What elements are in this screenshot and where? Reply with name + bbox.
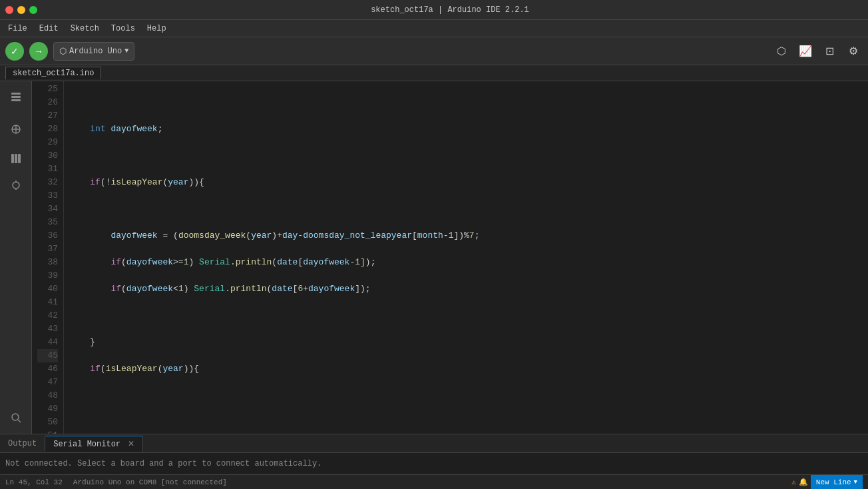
notification-icon: 🔔	[799, 478, 808, 486]
menu-edit[interactable]: Edit	[34, 23, 64, 35]
window-title: sketch_oct17a | Arduino IDE 2.2.1	[37, 5, 863, 15]
sidebar-library-icon[interactable]	[5, 148, 27, 169]
status-right: ⚠ 🔔 New Line ▼	[791, 475, 863, 490]
code-editor[interactable]: 25 26 27 28 29 30 31 32 33 34 35 36 37 3…	[32, 81, 868, 434]
sidebar-search-icon[interactable]	[5, 407, 27, 428]
upload-button[interactable]: →	[29, 42, 48, 61]
file-tab[interactable]: sketch_oct17a.ino	[5, 67, 101, 79]
menu-tools[interactable]: Tools	[106, 23, 140, 35]
main-area: 25 26 27 28 29 30 31 32 33 34 35 36 37 3…	[0, 81, 868, 434]
left-sidebar	[0, 81, 32, 434]
connection-status-text: Not connected. Select a board and a port…	[5, 459, 322, 468]
menu-help[interactable]: Help	[142, 23, 172, 35]
serial-monitor-close-btn[interactable]: ✕	[128, 439, 134, 448]
new-line-selector[interactable]: New Line ▼	[811, 475, 863, 490]
svg-rect-0	[11, 93, 21, 95]
toolbar: ✓ → ⬡ Arduino Uno ▼ ⬡ 📈 ⊡ ⚙	[0, 37, 868, 65]
svg-point-12	[12, 414, 19, 420]
svg-rect-7	[15, 154, 17, 163]
serial-monitor-button[interactable]: ⊡	[820, 42, 839, 61]
svg-rect-2	[11, 99, 21, 101]
status-left: Ln 45, Col 32 Arduino Uno on COM8 [not c…	[5, 478, 227, 486]
title-bar: sketch_oct17a | Arduino IDE 2.2.1	[0, 0, 868, 20]
bottom-content: Not connected. Select a board and a port…	[0, 453, 868, 474]
serial-plotter-button[interactable]: 📈	[796, 42, 815, 61]
bottom-tabs: Output Serial Monitor ✕	[0, 434, 868, 453]
debugger-button[interactable]: ⬡	[772, 42, 791, 61]
file-tab-bar: sketch_oct17a.ino	[0, 65, 868, 81]
sidebar-explorer-icon[interactable]	[5, 87, 27, 108]
svg-line-13	[18, 420, 21, 422]
window-maximize-btn[interactable]	[29, 6, 37, 14]
svg-rect-1	[11, 96, 21, 98]
tab-output[interactable]: Output	[0, 436, 45, 451]
window-close-btn[interactable]	[5, 6, 13, 14]
svg-rect-6	[11, 154, 14, 163]
board-selector[interactable]: ⬡ Arduino Uno ▼	[53, 42, 134, 61]
settings-button[interactable]: ⚙	[844, 42, 863, 61]
menu-file[interactable]: File	[3, 23, 33, 35]
menu-sketch[interactable]: Sketch	[65, 23, 105, 35]
cursor-position: Ln 45, Col 32	[5, 478, 63, 486]
sidebar-boards-icon[interactable]	[5, 119, 27, 140]
status-bar: Ln 45, Col 32 Arduino Uno on COM8 [not c…	[0, 474, 868, 489]
sidebar-debug-icon[interactable]	[5, 175, 27, 196]
menu-bar: File Edit Sketch Tools Help	[0, 20, 868, 37]
board-status: Arduino Uno on COM8 [not connected]	[73, 478, 227, 486]
svg-point-9	[13, 182, 19, 189]
warning-icon: ⚠	[791, 478, 796, 486]
line-numbers: 25 26 27 28 29 30 31 32 33 34 35 36 37 3…	[32, 81, 64, 434]
window-minimize-btn[interactable]	[17, 6, 25, 14]
tab-serial-monitor[interactable]: Serial Monitor ✕	[45, 436, 143, 452]
bottom-panel: Output Serial Monitor ✕ Not connected. S…	[0, 434, 868, 474]
code-content: 25 26 27 28 29 30 31 32 33 34 35 36 37 3…	[32, 81, 868, 434]
code-area[interactable]: int dayofweek; if(!isLeapYear(year)){ da…	[64, 81, 868, 434]
verify-button[interactable]: ✓	[5, 42, 24, 61]
svg-rect-8	[18, 154, 21, 163]
